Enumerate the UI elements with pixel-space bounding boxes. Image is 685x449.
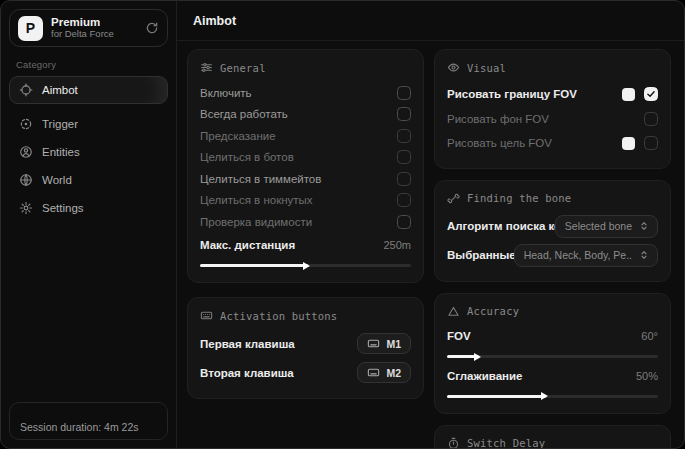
section-accuracy: Accuracy FOV 60° Сглаживание 50% xyxy=(434,293,671,414)
toggle-label: Целиться в нокнутых xyxy=(200,194,397,206)
section-title: Activation buttons xyxy=(220,310,337,322)
app-window: P Premium for Delta Force Category Aimbo… xyxy=(0,0,685,449)
checkbox[interactable] xyxy=(397,107,411,121)
toggle-row: Целиться в нокнутых xyxy=(200,190,411,212)
refresh-icon[interactable] xyxy=(145,21,159,35)
content: General Включить Всегда работать Предска… xyxy=(177,41,684,448)
checkbox[interactable] xyxy=(397,172,411,186)
left-column: General Включить Всегда работать Предска… xyxy=(187,49,424,448)
sidebar-item-aimbot[interactable]: Aimbot xyxy=(9,76,168,104)
checkbox[interactable] xyxy=(397,193,411,207)
slider-label-row: FOV 60° xyxy=(447,326,658,348)
max-distance-slider[interactable] xyxy=(200,264,411,267)
smoothing-slider[interactable] xyxy=(447,395,658,398)
section-switch-delay: Switch Delay Задержка переключения Задер… xyxy=(434,425,671,449)
slider-label: Макс. дистанция xyxy=(200,239,375,251)
dropdown-label: Выбранные кости xyxy=(447,249,514,261)
slider-thumb[interactable] xyxy=(474,353,481,361)
toggle-row: Всегда работать xyxy=(200,104,411,126)
visual-label: Рисовать границу FOV xyxy=(447,88,622,100)
brand-card: P Premium for Delta Force xyxy=(9,9,168,47)
dropdown-row: Выбранные кости Head, Neck, Body, Pe.. xyxy=(447,242,658,269)
slider-label: Сглаживание xyxy=(447,370,628,382)
checkbox[interactable] xyxy=(644,136,658,150)
page-title-bar: Aimbot xyxy=(177,1,684,41)
section-title: Finding the bone xyxy=(467,192,571,204)
sidebar-item-label: Entities xyxy=(42,146,80,158)
bone-algorithm-select[interactable]: Selected bone xyxy=(555,215,658,238)
sidebar: P Premium for Delta Force Category Aimbo… xyxy=(1,1,177,448)
keyboard-icon xyxy=(367,337,380,350)
color-swatch[interactable] xyxy=(622,88,635,101)
section-general: General Включить Всегда работать Предска… xyxy=(187,49,424,283)
main-panel: Aimbot General Включить xyxy=(177,1,684,448)
triangle-icon xyxy=(447,305,460,318)
right-column: Visual Рисовать границу FOV Рисовать фон… xyxy=(434,49,671,448)
checkbox[interactable] xyxy=(397,129,411,143)
sidebar-item-label: Trigger xyxy=(42,118,78,130)
keybind-row: Вторая клавиша M2 xyxy=(200,359,411,386)
page-title: Aimbot xyxy=(193,14,236,28)
trigger-icon xyxy=(19,117,33,131)
sidebar-item-label: Settings xyxy=(42,202,84,214)
slider-value: 250m xyxy=(383,239,411,251)
slider-value: 50% xyxy=(636,370,658,382)
toggle-label: Целиться в тиммейтов xyxy=(200,173,397,185)
sidebar-nav: Aimbot Trigger Entities World xyxy=(9,76,168,222)
checkbox[interactable] xyxy=(397,215,411,229)
dropdown-label: Алгоритм поиска кости xyxy=(447,220,555,232)
visual-row: Рисовать цель FOV xyxy=(447,131,658,156)
section-finding-bone: Finding the bone Алгоритм поиска кости S… xyxy=(434,180,671,282)
crosshair-icon xyxy=(19,83,33,97)
toggle-label: Целиться в ботов xyxy=(200,151,397,163)
toggle-row: Проверка видимости xyxy=(200,211,411,233)
toggle-label: Включить xyxy=(200,87,397,99)
section-title: Visual xyxy=(467,62,506,74)
unfold-icon xyxy=(638,249,650,261)
checkbox[interactable] xyxy=(644,87,658,101)
sidebar-item-label: Aimbot xyxy=(42,84,78,96)
color-swatch[interactable] xyxy=(622,137,635,150)
dropdown-row: Алгоритм поиска кости Selected bone xyxy=(447,213,658,240)
slider-label-row: Сглаживание 50% xyxy=(447,365,658,387)
toggle-label: Всегда работать xyxy=(200,108,397,120)
checkbox[interactable] xyxy=(397,86,411,100)
section-title: Accuracy xyxy=(467,305,519,317)
slider-value: 60° xyxy=(641,330,658,342)
gear-icon xyxy=(19,201,33,215)
toggle-row: Целиться в тиммейтов xyxy=(200,168,411,190)
sidebar-item-world[interactable]: World xyxy=(9,166,168,194)
eye-icon xyxy=(447,61,460,74)
sidebar-item-label: World xyxy=(42,174,72,186)
fov-slider[interactable] xyxy=(447,355,658,358)
section-visual: Visual Рисовать границу FOV Рисовать фон… xyxy=(434,49,671,169)
keybind-button-m1[interactable]: M1 xyxy=(357,333,411,354)
brand-subtitle: for Delta Force xyxy=(51,29,137,40)
checkbox[interactable] xyxy=(397,150,411,164)
keybind-button-m2[interactable]: M2 xyxy=(357,362,411,383)
sidebar-item-entities[interactable]: Entities xyxy=(9,138,168,166)
slider-label-row: Макс. дистанция 250m xyxy=(200,235,411,257)
brand-logo: P xyxy=(18,16,43,41)
session-duration: Session duration: 4m 22s xyxy=(9,402,168,440)
unfold-icon xyxy=(638,220,650,232)
visual-label: Рисовать фон FOV xyxy=(447,113,644,125)
keybind-label: Первая клавиша xyxy=(200,338,357,350)
checkbox[interactable] xyxy=(644,112,658,126)
slider-thumb[interactable] xyxy=(541,392,548,400)
category-label: Category xyxy=(16,59,168,70)
section-title: General xyxy=(220,62,266,74)
entities-icon xyxy=(19,145,33,159)
keyboard-icon xyxy=(367,366,380,379)
visual-row: Рисовать фон FOV xyxy=(447,107,658,132)
selected-bones-select[interactable]: Head, Neck, Body, Pe.. xyxy=(514,244,658,267)
toggle-label: Предсказание xyxy=(200,130,397,142)
visual-row: Рисовать границу FOV xyxy=(447,82,658,107)
bone-icon xyxy=(447,192,460,205)
slider-thumb[interactable] xyxy=(303,262,310,270)
slider-label: FOV xyxy=(447,330,633,342)
sidebar-item-trigger[interactable]: Trigger xyxy=(9,110,168,138)
keybind-label: Вторая клавиша xyxy=(200,367,357,379)
sidebar-item-settings[interactable]: Settings xyxy=(9,194,168,222)
globe-icon xyxy=(19,173,33,187)
